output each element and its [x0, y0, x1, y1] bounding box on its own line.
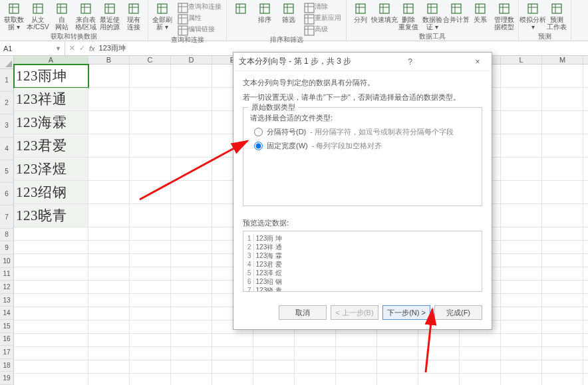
- cell[interactable]: [377, 334, 418, 347]
- cell[interactable]: 123君爱: [14, 134, 88, 158]
- row-header[interactable]: 16: [0, 333, 13, 346]
- cell[interactable]: [253, 374, 295, 385]
- cell[interactable]: [418, 360, 460, 374]
- cell[interactable]: [501, 227, 542, 241]
- cell[interactable]: [336, 347, 377, 360]
- cell[interactable]: [542, 158, 583, 181]
- cell[interactable]: [583, 374, 588, 385]
- row-header[interactable]: 13: [0, 294, 13, 307]
- chevron-down-icon[interactable]: ▼: [55, 45, 61, 52]
- cell[interactable]: [171, 181, 212, 204]
- cell[interactable]: [88, 321, 130, 334]
- cell[interactable]: [14, 334, 88, 347]
- row-header[interactable]: 1: [0, 69, 13, 92]
- cell[interactable]: [171, 360, 212, 374]
- cell[interactable]: [171, 334, 212, 347]
- row-header[interactable]: 11: [0, 268, 13, 281]
- row-header[interactable]: 4: [0, 138, 13, 160]
- split-button[interactable]: 分列: [349, 1, 372, 24]
- cell[interactable]: [542, 64, 583, 88]
- cell[interactable]: [583, 158, 588, 181]
- filter-button[interactable]: 筛选: [277, 1, 300, 24]
- cell[interactable]: [130, 347, 171, 360]
- cell[interactable]: [171, 374, 212, 385]
- cell[interactable]: [501, 158, 542, 181]
- cell[interactable]: [501, 374, 542, 385]
- cell[interactable]: [130, 181, 171, 204]
- cell[interactable]: [542, 374, 583, 385]
- fx-icon[interactable]: fx: [89, 45, 95, 53]
- rel-button[interactable]: 关系: [469, 1, 492, 24]
- cell[interactable]: [542, 88, 583, 111]
- cell[interactable]: [583, 241, 588, 254]
- ribbon-list-item[interactable]: 高级: [301, 24, 343, 35]
- cell[interactable]: [171, 321, 212, 334]
- cell[interactable]: [14, 321, 88, 334]
- cell[interactable]: [583, 227, 588, 241]
- ribbon-list-item[interactable]: 重新应用: [301, 13, 343, 23]
- cell[interactable]: [460, 360, 501, 374]
- cell[interactable]: [501, 294, 542, 307]
- ribbon-list-item[interactable]: 属性: [175, 13, 223, 23]
- consol-button[interactable]: 合并计算: [445, 1, 468, 24]
- cell[interactable]: [336, 334, 377, 347]
- cell[interactable]: [542, 360, 583, 374]
- cell[interactable]: [583, 347, 588, 360]
- cell[interactable]: [583, 111, 588, 134]
- cell[interactable]: [14, 360, 88, 374]
- cell[interactable]: [418, 334, 460, 347]
- cell[interactable]: [171, 227, 212, 241]
- cell[interactable]: [130, 111, 171, 134]
- cell[interactable]: [88, 334, 130, 347]
- cell[interactable]: [253, 334, 295, 347]
- delimited-radio-row[interactable]: 分隔符号(D) - 用分隔字符，如逗号或制表符分隔每个字段: [254, 127, 475, 137]
- refresh-button[interactable]: 全部刷 新 ▾: [151, 1, 174, 31]
- cell[interactable]: [171, 241, 212, 254]
- cell[interactable]: [542, 334, 583, 347]
- cell[interactable]: [253, 360, 295, 374]
- cell[interactable]: [501, 181, 542, 204]
- cell[interactable]: [501, 134, 542, 158]
- cell[interactable]: [130, 134, 171, 158]
- cell[interactable]: [130, 254, 171, 267]
- cell[interactable]: [501, 64, 542, 88]
- table-button[interactable]: 来自表 格/区域: [74, 1, 97, 31]
- az-button[interactable]: [229, 1, 252, 17]
- cell[interactable]: [501, 360, 542, 374]
- column-header[interactable]: B: [88, 56, 130, 64]
- cell[interactable]: [88, 267, 130, 281]
- cell[interactable]: [88, 374, 130, 385]
- cell[interactable]: [212, 360, 253, 374]
- column-header[interactable]: M: [542, 56, 583, 64]
- row-header[interactable]: 12: [0, 281, 13, 294]
- recent-button[interactable]: 最近使 用的源: [98, 1, 121, 31]
- ribbon-list-item[interactable]: 编辑链接: [175, 24, 223, 35]
- cell[interactable]: [542, 321, 583, 334]
- cell[interactable]: [377, 347, 418, 360]
- cell[interactable]: [336, 374, 377, 385]
- cell[interactable]: [542, 134, 583, 158]
- row-header[interactable]: 6: [0, 183, 13, 205]
- cell[interactable]: [130, 241, 171, 254]
- cell[interactable]: [14, 294, 88, 307]
- cell[interactable]: [501, 254, 542, 267]
- cell[interactable]: [336, 360, 377, 374]
- cell[interactable]: [130, 374, 171, 385]
- column-header[interactable]: N: [583, 56, 588, 64]
- cell[interactable]: [418, 347, 460, 360]
- cell[interactable]: [88, 158, 130, 181]
- cell[interactable]: [542, 281, 583, 294]
- cell[interactable]: [583, 181, 588, 204]
- cell[interactable]: [583, 64, 588, 88]
- delimited-radio[interactable]: [254, 128, 263, 136]
- cell[interactable]: [14, 281, 88, 294]
- cell[interactable]: 123泽煜: [14, 158, 88, 181]
- cell[interactable]: [171, 134, 212, 158]
- help-button[interactable]: ?: [402, 57, 419, 66]
- column-header[interactable]: D: [171, 56, 212, 64]
- cell[interactable]: [295, 347, 336, 360]
- row-header[interactable]: 14: [0, 307, 13, 320]
- cell[interactable]: [88, 281, 130, 294]
- cell[interactable]: [88, 111, 130, 134]
- preview-box[interactable]: 1123雨 坤2123祥 通3123海 霖4123君 爱5123泽 煜6123绍…: [243, 231, 482, 292]
